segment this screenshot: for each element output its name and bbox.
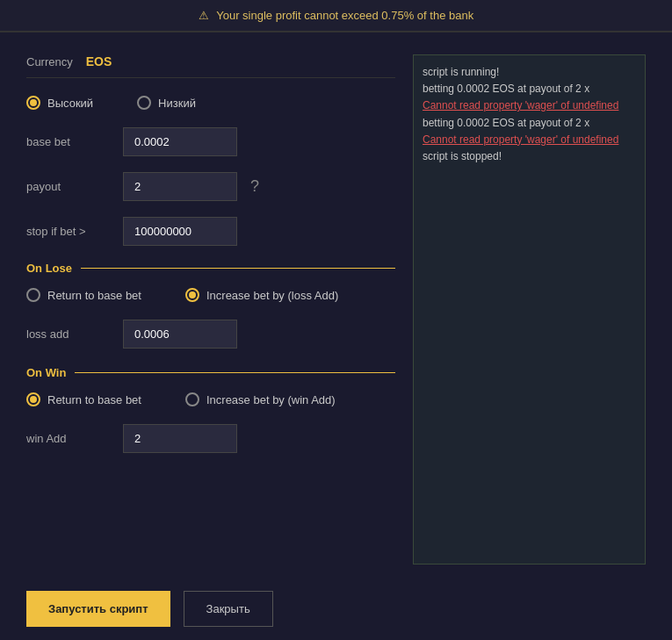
base-bet-input[interactable] <box>123 127 237 156</box>
on-win-increase-label: Increase bet by (win Add) <box>206 393 336 406</box>
bet-type-group: Высокий Низкий <box>26 96 395 110</box>
left-panel: Currency EOS Высокий Низкий base bet pay… <box>26 54 395 564</box>
on-lose-increase-circle <box>185 288 199 302</box>
log-line: Cannot read property 'wager' of undefine… <box>423 132 636 148</box>
on-win-increase-radio[interactable]: Increase bet by (win Add) <box>185 392 336 406</box>
log-line: script is running! <box>423 64 636 81</box>
on-lose-return-label: Return to base bet <box>47 289 141 302</box>
payout-input[interactable] <box>123 172 237 201</box>
payout-question-icon[interactable]: ? <box>250 177 259 196</box>
on-win-increase-circle <box>185 392 199 406</box>
low-radio-circle <box>137 96 151 110</box>
on-win-radio-group: Return to base bet Increase bet by (win … <box>26 392 395 406</box>
high-radio-label: Высокий <box>47 97 93 110</box>
log-line: Cannot read property 'wager' of undefine… <box>423 97 636 114</box>
warning-text: Your single profit cannot exceed 0.75% o… <box>216 9 473 22</box>
log-panel: script is running!betting 0.0002 EOS at … <box>413 54 646 564</box>
loss-add-input[interactable] <box>123 320 237 349</box>
high-radio[interactable]: Высокий <box>26 96 93 110</box>
low-radio[interactable]: Низкий <box>137 96 196 110</box>
on-win-section: On Win Return to base bet Increase bet b… <box>26 366 395 453</box>
on-win-return-radio[interactable]: Return to base bet <box>26 392 141 406</box>
log-line: betting 0.0002 EOS at payout of 2 x <box>423 81 636 97</box>
stop-if-bet-label: stop if bet > <box>26 225 114 238</box>
close-button[interactable]: Закрыть <box>184 591 273 627</box>
on-lose-increase-radio[interactable]: Increase bet by (loss Add) <box>185 288 338 302</box>
payout-row: payout ? <box>26 172 395 201</box>
high-radio-circle <box>26 96 40 110</box>
on-win-return-circle <box>26 392 40 406</box>
base-bet-label: base bet <box>26 135 114 148</box>
currency-row: Currency EOS <box>26 54 395 78</box>
on-lose-header: On Lose <box>26 262 395 275</box>
stop-if-bet-row: stop if bet > <box>26 217 395 246</box>
win-add-input[interactable] <box>123 424 237 453</box>
on-win-header: On Win <box>26 366 395 379</box>
on-win-return-label: Return to base bet <box>47 393 141 406</box>
on-lose-section: On Lose Return to base bet Increase bet … <box>26 262 395 349</box>
loss-add-label: loss add <box>26 327 114 341</box>
on-lose-return-circle <box>26 288 40 302</box>
on-lose-increase-label: Increase bet by (loss Add) <box>206 289 338 302</box>
start-script-button[interactable]: Запустить скрипт <box>26 591 170 627</box>
log-line: script is stopped! <box>423 148 636 165</box>
currency-label: Currency <box>26 55 73 68</box>
on-lose-return-radio[interactable]: Return to base bet <box>26 288 141 302</box>
on-lose-radio-group: Return to base bet Increase bet by (loss… <box>26 288 395 302</box>
currency-value: EOS <box>86 54 112 68</box>
win-add-row: win Add <box>26 424 395 453</box>
low-radio-label: Низкий <box>158 97 196 110</box>
warning-icon: ⚠ <box>199 9 209 22</box>
log-line: betting 0.0002 EOS at payout of 2 x <box>423 115 636 132</box>
stop-if-bet-input[interactable] <box>123 217 237 246</box>
loss-add-row: loss add <box>26 320 395 349</box>
footer-buttons: Запустить скрипт Закрыть <box>0 578 672 640</box>
payout-label: payout <box>26 180 114 193</box>
base-bet-row: base bet <box>26 127 395 156</box>
win-add-label: win Add <box>26 432 114 445</box>
warning-banner: ⚠ Your single profit cannot exceed 0.75%… <box>0 0 672 32</box>
